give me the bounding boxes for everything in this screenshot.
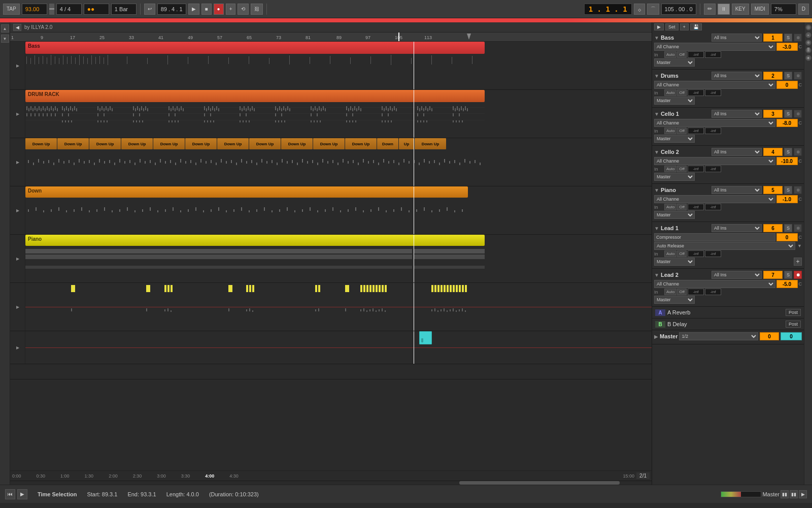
drums-off-button[interactable]: Off <box>677 89 687 96</box>
drums-auto-button[interactable]: Auto <box>664 89 676 96</box>
bottom-right-button[interactable]: ▶ <box>799 490 807 498</box>
piano-master-select[interactable]: Master <box>654 211 695 219</box>
piano-channel-select[interactable]: All Channe <box>654 195 775 203</box>
tap-button[interactable]: TAP <box>3 4 20 15</box>
drums-channel-select[interactable]: All Channe <box>654 81 775 89</box>
bass-off-button[interactable]: Off <box>677 51 687 58</box>
master-fraction-select[interactable]: 1/2 <box>679 332 758 340</box>
arr-back-button[interactable]: ◀ <box>13 24 21 31</box>
cello2-channel-select[interactable]: All Channe <box>654 157 775 165</box>
cello1-clip-6[interactable]: Down Up <box>185 138 217 149</box>
drums-rec-button[interactable]: ⏺ <box>794 72 802 80</box>
track-collapse-piano[interactable]: ▶ <box>16 257 19 261</box>
lead2-cyan-clip[interactable] <box>419 331 432 344</box>
cello2-input-select[interactable]: All Ins <box>712 148 762 156</box>
track-collapse-cello1[interactable]: ▶ <box>16 160 19 165</box>
drums-input-select[interactable]: All Ins <box>712 72 762 80</box>
right-btn-5[interactable]: ◈ <box>805 55 811 61</box>
track-clips-cello1[interactable]: Down Up Down Up Down Up Down Up Down Up … <box>25 138 652 186</box>
track-collapse-cello2[interactable]: ▶ <box>16 208 19 213</box>
bottom-play-button[interactable]: ▶ <box>17 489 27 499</box>
bass-channel-select[interactable]: All Channe <box>654 43 775 51</box>
bass-master-select[interactable]: Master <box>654 58 695 67</box>
piano-s-button[interactable]: S <box>784 186 792 194</box>
right-btn-4[interactable]: ≣ <box>805 47 811 53</box>
pause-button[interactable]: ⏸ <box>718 4 730 15</box>
right-btn-3[interactable]: ⊕ <box>805 40 811 46</box>
drums-s-button[interactable]: S <box>784 72 792 80</box>
lead1-auto-button[interactable]: Auto <box>664 250 676 257</box>
lead1-add-effect-button[interactable]: + <box>794 258 802 266</box>
set-button[interactable]: ▶ <box>654 23 664 30</box>
cello1-clip-7[interactable]: Down Up <box>217 138 249 149</box>
cello1-channel-select[interactable]: All Channe <box>654 119 775 127</box>
return-b-post-button[interactable]: Post <box>786 321 801 328</box>
horizontal-scrollbar[interactable] <box>10 481 652 485</box>
piano-off-button[interactable]: Off <box>677 204 687 210</box>
lead2-master-select[interactable]: Master <box>654 296 695 304</box>
link-button[interactable]: ⛓ <box>251 4 263 15</box>
bottom-prev-button[interactable]: ⏮ <box>5 489 15 499</box>
right-btn-1[interactable]: ◎ <box>805 24 811 30</box>
cello1-input-select[interactable]: All Ins <box>712 110 762 118</box>
lead1-input-select[interactable]: All Ins <box>712 224 762 232</box>
pencil-button[interactable]: ✏ <box>704 4 716 15</box>
master-mode-btn-1[interactable]: ▮▮ <box>781 490 789 498</box>
mixer-add-button[interactable]: + <box>680 23 689 30</box>
bass-rec-button[interactable]: ⏺ <box>794 34 802 42</box>
track-collapse-lead1[interactable]: ▶ <box>16 305 19 309</box>
bass-auto-button[interactable]: Auto <box>664 51 676 58</box>
cello1-off-button[interactable]: Off <box>677 128 687 134</box>
nav-down-button[interactable]: ▼ <box>1 35 9 43</box>
mixer-save-button[interactable]: 💾 <box>690 23 702 30</box>
track-clips-cello2[interactable]: Down <box>25 186 652 234</box>
tracks-scroll[interactable]: ▶ Bass <box>10 42 652 470</box>
track-collapse-bass[interactable]: ▶ <box>16 64 19 68</box>
lead1-master-select[interactable]: Master <box>654 258 695 266</box>
loop-back-button[interactable]: ↩ <box>144 4 155 15</box>
lead2-rec-button[interactable]: ⏺ <box>794 271 802 279</box>
piano-clip[interactable]: Piano <box>25 235 485 246</box>
cello1-clip-10[interactable]: Down Up <box>313 138 345 149</box>
lead2-off-button[interactable]: Off <box>677 289 687 295</box>
drums-master-select[interactable]: Master <box>654 97 695 105</box>
piano-auto-button[interactable]: Auto <box>664 204 676 210</box>
play-button[interactable]: ▶ <box>188 4 199 15</box>
lead1-s-button[interactable]: S <box>784 224 792 232</box>
piano-input-select[interactable]: All Ins <box>712 186 762 194</box>
drums-clip[interactable]: DRUM RACK <box>25 90 485 102</box>
cello2-off-button[interactable]: Off <box>677 166 687 172</box>
nav-up-button[interactable]: ▲ <box>1 24 9 33</box>
track-clips-lead2[interactable] <box>25 331 652 364</box>
track-clips-lead1[interactable] <box>25 283 652 331</box>
cello1-clip-14[interactable]: Down Up <box>415 138 446 149</box>
track-collapse-drums[interactable]: ▶ <box>16 112 19 116</box>
lead2-input-select[interactable]: All Ins <box>712 271 762 279</box>
cello2-rec-button[interactable]: ⏺ <box>794 148 802 156</box>
bass-input-select[interactable]: All Ins <box>712 34 762 42</box>
cello1-s-button[interactable]: S <box>784 110 792 118</box>
lead2-channel-select[interactable]: All Channe <box>654 280 775 288</box>
cello1-clip-8[interactable]: Down Up <box>249 138 281 149</box>
master-mode-btn-2[interactable]: ▮▮ <box>790 490 798 498</box>
time-mode-button[interactable]: ⬦ <box>634 4 645 15</box>
midi-button[interactable]: MIDI <box>751 4 769 15</box>
cello1-clip-12[interactable]: Down <box>377 138 398 149</box>
cello1-clip-11[interactable]: Down Up <box>345 138 377 149</box>
lead1-autorelease-select[interactable]: Auto Release <box>654 242 795 250</box>
cello1-master-select[interactable]: Master <box>654 135 695 143</box>
cello2-s-button[interactable]: S <box>784 148 792 156</box>
cello1-clip-4[interactable]: Down Up <box>121 138 153 149</box>
cello1-clip-1[interactable]: Down Up <box>25 138 57 149</box>
add-button[interactable]: + <box>226 4 236 15</box>
cello2-auto-button[interactable]: Auto <box>664 166 676 172</box>
cello1-clip-13[interactable]: Up <box>399 138 414 149</box>
cello1-clip-9[interactable]: Down Up <box>281 138 313 149</box>
track-clips-piano[interactable]: Piano <box>25 235 652 282</box>
key-button[interactable]: KEY <box>732 4 749 15</box>
track-collapse-lead2[interactable]: ▶ <box>16 345 19 350</box>
record-button[interactable]: ● <box>214 4 224 15</box>
lead2-s-button[interactable]: S <box>784 271 792 279</box>
track-clips-bass[interactable]: Bass <box>25 42 652 89</box>
cello2-master-select[interactable]: Master <box>654 173 695 181</box>
